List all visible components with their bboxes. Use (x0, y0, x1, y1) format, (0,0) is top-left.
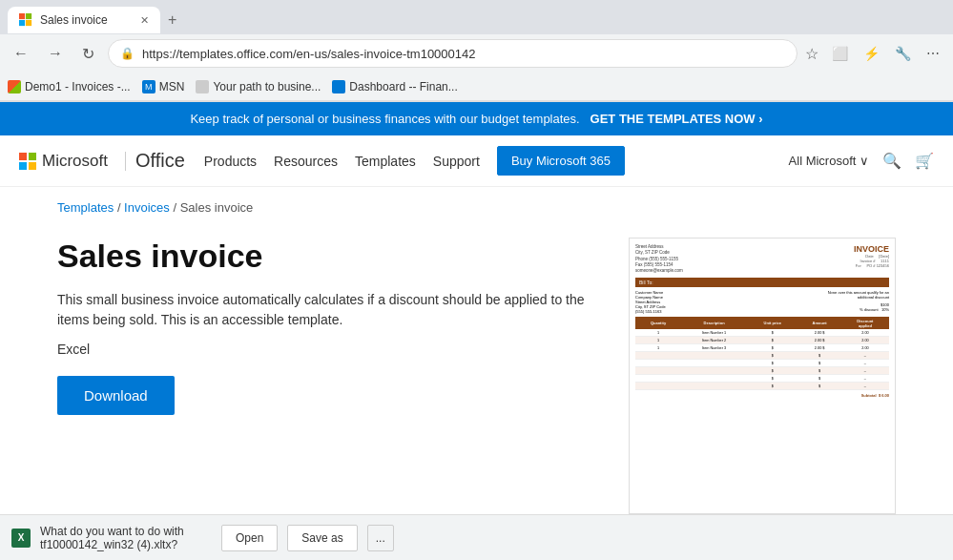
nav-templates[interactable]: Templates (355, 150, 416, 173)
logo-sq-blue (19, 162, 27, 170)
logo-sq-yellow (29, 162, 36, 170)
bookmark-favicon-path (196, 80, 209, 93)
invoice-preview-image: Street Address City, ST ZIP Code Phone (… (630, 239, 895, 513)
download-save-button[interactable]: Save as (287, 525, 357, 551)
bookmark-demo1[interactable]: Demo1 - Invoices -... (8, 80, 131, 93)
breadcrumb-invoices-link[interactable]: Invoices (124, 200, 170, 215)
back-button[interactable]: ← (8, 41, 34, 66)
svg-rect-1 (26, 13, 31, 19)
bookmark-dash[interactable]: Dashboard -- Finan... (332, 80, 457, 93)
inv-info: Date [Date] Invoice # 1111 For PO # 1234… (854, 254, 889, 268)
bookmark-msn[interactable]: M MSN (142, 80, 185, 93)
lock-icon: 🔒 (120, 47, 135, 60)
breadcrumb-sep2: / (173, 200, 179, 215)
nav-support[interactable]: Support (433, 150, 480, 173)
promo-cta-link[interactable]: GET THE TEMPLATES NOW › (590, 112, 763, 126)
active-tab[interactable]: Sales invoice ✕ (8, 7, 160, 33)
download-more-button[interactable]: ... (367, 525, 394, 551)
ms-logo-text: Microsoft (42, 152, 108, 171)
nav-products[interactable]: Products (204, 150, 257, 173)
inv-bill-to-bar: Bill To: (635, 278, 889, 287)
bookmark-favicon-msn: M (142, 80, 155, 93)
promo-text: Keep track of personal or business finan… (190, 112, 579, 126)
bookmark-path[interactable]: Your path to busine... (196, 80, 321, 93)
bookmark-label-demo1: Demo1 - Invoices -... (25, 80, 131, 93)
office-text: Office (135, 150, 185, 172)
bookmarks-bar: Demo1 - Invoices -... M MSN Your path to… (0, 73, 953, 101)
download-bar: X What do you want to do with tf10000142… (0, 514, 953, 560)
breadcrumb-templates-link[interactable]: Templates (57, 200, 114, 215)
download-button[interactable]: Download (57, 376, 175, 415)
tab-title: Sales invoice (40, 13, 108, 27)
inv-phone: Phone (555) 555-1155 (635, 257, 683, 262)
header-divider (125, 152, 126, 171)
tab-close-btn[interactable]: ✕ (140, 14, 149, 27)
page-description: This small business invoice automaticall… (57, 290, 590, 330)
svg-rect-2 (19, 20, 25, 26)
browser-chrome: Sales invoice ✕ + ← → ↻ 🔒 ☆ ⬜ ⚡ 🔧 ⋯ Demo… (0, 0, 953, 102)
excel-file-icon: X (11, 529, 31, 548)
search-button[interactable]: 🔍 (882, 152, 901, 170)
bookmark-label-path: Your path to busine... (213, 80, 321, 93)
inv-title: INVOICE (854, 244, 889, 254)
collections-button[interactable]: ⬜ (826, 42, 854, 65)
ms-header: Microsoft Office Products Resources Temp… (0, 135, 953, 187)
bookmark-label-dash: Dashboard -- Finan... (349, 80, 457, 93)
svg-rect-0 (19, 13, 25, 19)
svg-rect-3 (26, 20, 31, 26)
ms-logo[interactable]: Microsoft (19, 152, 108, 171)
nav-resources[interactable]: Resources (274, 150, 338, 173)
extensions-button[interactable]: 🔧 (889, 42, 917, 65)
bookmark-favicon-demo1 (8, 80, 21, 93)
all-microsoft-text: All Microsoft (789, 154, 857, 168)
file-type-label: Excel (57, 342, 590, 357)
bookmark-label-msn: MSN (159, 80, 185, 93)
all-microsoft-chevron-icon: ∨ (860, 154, 869, 168)
all-microsoft-link[interactable]: All Microsoft ∨ (789, 154, 869, 168)
ms-nav: Products Resources Templates Support Buy… (204, 146, 789, 176)
download-prompt-text: What do you want to do with tf10000142_w… (40, 525, 212, 551)
tab-bar: Sales invoice ✕ + (0, 0, 953, 34)
address-bar-row: ← → ↻ 🔒 ☆ ⬜ ⚡ 🔧 ⋯ (0, 34, 953, 73)
page-content: Keep track of personal or business finan… (0, 102, 953, 531)
logo-sq-green (29, 153, 36, 160)
template-preview: Street Address City, ST ZIP Code Phone (… (629, 238, 896, 514)
content-left: Sales invoice This small business invoic… (57, 238, 590, 514)
new-tab-button[interactable]: + (160, 8, 184, 32)
ms-logo-squares (19, 153, 36, 170)
bookmark-favicon-dash (332, 80, 345, 93)
browser-actions: ⬜ ⚡ 🔧 ⋯ (826, 42, 945, 65)
tab-favicon (19, 13, 32, 27)
forward-button[interactable]: → (42, 41, 69, 66)
edge-button[interactable]: ⚡ (858, 42, 885, 65)
main-content: Sales invoice This small business invoic… (0, 228, 953, 524)
breadcrumb: Templates / Invoices / Sales invoice (0, 187, 953, 228)
address-bar[interactable]: 🔒 (108, 39, 798, 68)
logo-sq-red (19, 153, 27, 160)
cart-button[interactable]: 🛒 (915, 152, 934, 170)
buy-ms365-button[interactable]: Buy Microsoft 365 (497, 146, 625, 176)
page-title: Sales invoice (57, 238, 590, 275)
ms-header-right: All Microsoft ∨ 🔍 🛒 (789, 152, 934, 170)
inv-table: Quantity Description Unit price Amount D… (635, 317, 889, 390)
url-input[interactable] (142, 47, 785, 61)
inv-email: someone@example.com (635, 268, 683, 274)
inv-subtotal: Subtotal $ 6.00 (635, 393, 889, 398)
promo-banner: Keep track of personal or business finan… (0, 102, 953, 135)
bookmark-star-button[interactable]: ☆ (805, 45, 818, 63)
inv-bill-section: Customer Name Company Name Street Addres… (635, 290, 889, 314)
menu-button[interactable]: ⋯ (921, 42, 945, 65)
refresh-button[interactable]: ↻ (76, 41, 100, 67)
breadcrumb-current: Sales invoice (180, 200, 254, 215)
download-open-button[interactable]: Open (221, 525, 278, 551)
